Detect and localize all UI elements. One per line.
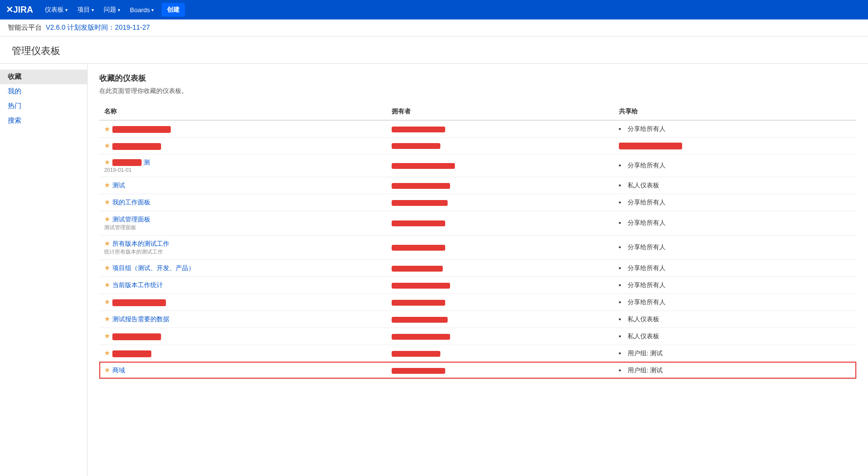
- table-row: ★ 测2019-01-01分享给所有人: [99, 154, 856, 177]
- nav-projects[interactable]: 项目 ▾: [73, 3, 98, 16]
- share-value: 分享给所有人: [619, 243, 851, 252]
- page-title: 管理仪表板: [12, 44, 856, 57]
- section-desc: 在此页面管理你收藏的仪表板。: [99, 87, 856, 95]
- dashboard-name[interactable]: 项目组（测试、开发、产品）: [112, 264, 195, 272]
- redacted-name: [112, 126, 171, 133]
- redacted-owner: [392, 183, 450, 189]
- dashboard-table: 名称 拥有者 共享给 ★分享给所有人★★ 测2019-01-01分享给所有人★测…: [99, 103, 856, 379]
- share-value: 分享给所有人: [619, 264, 851, 273]
- share-value: 分享给所有人: [619, 198, 851, 207]
- table-row: ★用户组: 测试: [99, 345, 856, 362]
- table-row: ★项目组（测试、开发、产品）分享给所有人: [99, 259, 856, 276]
- redacted-name: [112, 350, 151, 357]
- nav-boards[interactable]: Boards ▾: [126, 4, 158, 16]
- sidebar-item-mine[interactable]: 我的: [0, 84, 87, 99]
- redacted-owner: [392, 163, 455, 169]
- table-row: ★: [99, 138, 856, 154]
- redacted-owner: [392, 368, 445, 374]
- table-row: ★私人仪表板: [99, 328, 856, 345]
- share-value: 私人仪表板: [619, 181, 851, 190]
- platform-label: 智能云平台: [8, 23, 42, 32]
- dashboard-name[interactable]: 测: [142, 159, 150, 166]
- share-value: 分享给所有人: [619, 281, 851, 290]
- dashboard-name[interactable]: 测试管理面板: [112, 216, 150, 223]
- sidebar: 收藏 我的 热门 搜索: [0, 64, 88, 476]
- dashboard-name[interactable]: 测试报告需要的数据: [112, 315, 169, 323]
- table-row: ★所有版本的测试工作统计所有版本的测试工作分享给所有人: [99, 235, 856, 259]
- nav-issues[interactable]: 问题 ▾: [100, 3, 124, 16]
- redacted-name: [112, 143, 161, 150]
- dashboard-name[interactable]: 所有版本的测试工作: [112, 240, 169, 247]
- dashboard-subtitle: 2019-01-01: [104, 167, 382, 173]
- star-icon[interactable]: ★: [104, 198, 110, 206]
- star-icon[interactable]: ★: [104, 181, 110, 189]
- sidebar-item-popular[interactable]: 热门: [0, 99, 87, 113]
- col-header-share: 共享给: [614, 103, 856, 120]
- dashboard-name[interactable]: 当前版本工作统计: [112, 281, 163, 289]
- content-area: 收藏的仪表板 在此页面管理你收藏的仪表板。 名称 拥有者 共享给 ★分享给所有人…: [88, 64, 868, 476]
- table-row: ★测试管理面板测试管理面板分享给所有人: [99, 211, 856, 235]
- section-title: 收藏的仪表板: [99, 73, 856, 84]
- main-layout: 收藏 我的 热门 搜索 收藏的仪表板 在此页面管理你收藏的仪表板。 名称 拥有者…: [0, 64, 868, 476]
- col-header-name: 名称: [99, 103, 387, 120]
- subheader: 智能云平台 V2.6.0 计划发版时间：2019-11-27: [0, 19, 868, 37]
- sidebar-item-search[interactable]: 搜索: [0, 113, 87, 128]
- redacted-name: [112, 299, 166, 306]
- nav-dashboards[interactable]: 仪表板 ▾: [41, 3, 72, 16]
- redacted-owner: [392, 266, 443, 272]
- redacted-owner: [392, 220, 445, 226]
- share-value: 分享给所有人: [619, 298, 851, 307]
- redacted-owner: [392, 317, 448, 323]
- star-icon[interactable]: ★: [104, 315, 110, 323]
- sidebar-item-favorites[interactable]: 收藏: [0, 70, 87, 84]
- chevron-down-icon: ▾: [91, 7, 94, 13]
- svg-text:✕JIRA: ✕JIRA: [6, 5, 33, 15]
- table-row: ★分享给所有人: [99, 293, 856, 311]
- share-value: 分享给所有人: [619, 125, 851, 133]
- star-icon[interactable]: ★: [104, 349, 110, 357]
- table-row: ★测试报告需要的数据私人仪表板: [99, 311, 856, 328]
- redacted-owner: [392, 300, 445, 306]
- dashboard-name[interactable]: 商域: [112, 366, 125, 374]
- star-icon[interactable]: ★: [104, 125, 110, 133]
- dashboard-name[interactable]: 测试: [112, 182, 125, 189]
- redacted-owner: [392, 334, 450, 340]
- table-row: ★我的工作面板分享给所有人: [99, 194, 856, 211]
- page-title-bar: 管理仪表板: [0, 37, 868, 64]
- star-icon[interactable]: ★: [104, 332, 110, 340]
- table-row: ★测试私人仪表板: [99, 177, 856, 194]
- star-icon[interactable]: ★: [104, 366, 110, 374]
- version-label: V2.6.0 计划发版时间：2019-11-27: [46, 23, 150, 32]
- star-icon[interactable]: ★: [104, 281, 110, 289]
- star-icon[interactable]: ★: [104, 264, 110, 272]
- redacted-share: [619, 143, 682, 149]
- dashboard-name[interactable]: 我的工作面板: [112, 199, 150, 206]
- star-icon[interactable]: ★: [104, 142, 110, 149]
- col-header-owner: 拥有者: [387, 103, 614, 120]
- share-value: 私人仪表板: [619, 315, 851, 324]
- share-value: 分享给所有人: [619, 219, 851, 227]
- dashboard-subtitle: 测试管理面板: [104, 224, 382, 231]
- redacted-owner: [392, 200, 448, 206]
- table-row: ★当前版本工作统计分享给所有人: [99, 276, 856, 293]
- redacted-owner: [392, 143, 440, 149]
- table-row: ★分享给所有人: [99, 120, 856, 138]
- share-value: 用户组: 测试: [619, 349, 851, 358]
- jira-logo: ✕JIRA: [6, 4, 35, 16]
- chevron-down-icon: ▾: [65, 7, 68, 13]
- star-icon[interactable]: ★: [104, 239, 110, 247]
- redacted-name: [112, 159, 142, 166]
- redacted-owner: [392, 245, 445, 251]
- top-nav: ✕JIRA 仪表板 ▾ 项目 ▾ 问题 ▾ Boards ▾ 创建: [0, 0, 868, 19]
- share-value: 用户组: 测试: [619, 366, 851, 375]
- create-button[interactable]: 创建: [162, 3, 185, 17]
- share-value: 分享给所有人: [619, 161, 851, 170]
- star-icon[interactable]: ★: [104, 298, 110, 306]
- table-row: ★商域用户组: 测试: [99, 362, 856, 379]
- star-icon[interactable]: ★: [104, 158, 110, 166]
- chevron-down-icon: ▾: [151, 7, 154, 13]
- redacted-owner: [392, 351, 440, 357]
- star-icon[interactable]: ★: [104, 215, 110, 223]
- redacted-owner: [392, 127, 445, 132]
- dashboard-subtitle: 统计所有版本的测试工作: [104, 248, 382, 256]
